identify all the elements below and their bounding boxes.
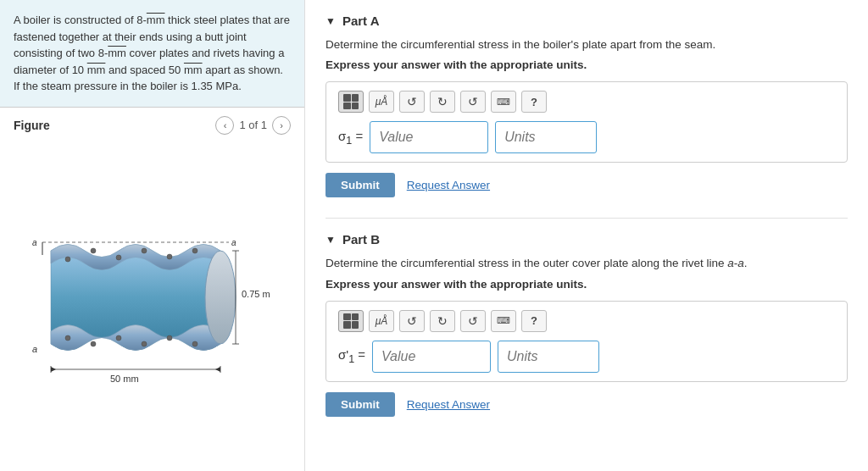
figure-label: Figure: [14, 119, 50, 132]
part-a-mu-btn[interactable]: μÅ: [369, 91, 394, 113]
part-b-title: Part B: [342, 232, 380, 247]
part-b-keyboard-btn[interactable]: ⌨: [491, 310, 516, 332]
svg-point-5: [167, 254, 172, 259]
svg-point-10: [142, 341, 147, 346]
part-b-reset-btn[interactable]: ↺: [460, 310, 486, 332]
part-b-answer-box: μÅ ↺ ↻ ↺ ⌨ ? σ'1 =: [326, 301, 848, 382]
part-b-value-input[interactable]: [372, 341, 491, 373]
part-a-submit-button[interactable]: Submit: [326, 173, 395, 197]
part-b-units-input[interactable]: [498, 341, 599, 373]
left-panel: A boiler is constructed of 8-mm thick st…: [0, 0, 305, 471]
part-b-collapse-arrow[interactable]: ▼: [326, 234, 336, 246]
svg-point-11: [167, 335, 172, 341]
svg-point-2: [91, 248, 96, 253]
figure-prev-button[interactable]: ‹: [215, 116, 234, 135]
svg-point-0: [205, 251, 236, 344]
part-a-section: ▼ Part A Determine the circumferential s…: [326, 14, 848, 197]
svg-point-7: [65, 335, 70, 341]
figure-page: 1 of 1: [239, 119, 267, 131]
part-b-grid-icon: [341, 311, 361, 331]
part-b-submit-button[interactable]: Submit: [326, 392, 395, 417]
part-b-toolbar: μÅ ↺ ↻ ↺ ⌨ ?: [338, 310, 835, 332]
unit-mm-2: mm: [108, 47, 126, 59]
svg-point-6: [192, 248, 198, 253]
svg-point-4: [142, 248, 147, 253]
svg-point-8: [91, 341, 96, 346]
part-a-toolbar: μÅ ↺ ↻ ↺ ⌨ ?: [338, 91, 835, 113]
problem-description: A boiler is constructed of 8-mm thick st…: [0, 0, 304, 108]
part-a-answer-box: μÅ ↺ ↻ ↺ ⌨ ? σ1 =: [326, 81, 848, 163]
part-b-request-answer-link[interactable]: Request Answer: [407, 398, 490, 411]
part-a-help-btn[interactable]: ?: [521, 91, 547, 113]
figure-image: a a 0.75 m 50 mm a: [14, 141, 291, 463]
unit-mm-1: mm: [147, 14, 165, 26]
dim-50mm: 50 mm: [110, 374, 139, 384]
svg-marker-24: [215, 367, 220, 372]
part-b-header: ▼ Part B: [326, 232, 848, 247]
figure-header: Figure ‹ 1 of 1 ›: [14, 116, 291, 135]
grid-icon: [341, 91, 361, 112]
svg-point-12: [192, 341, 198, 346]
svg-point-3: [116, 255, 121, 260]
part-b-mu-btn[interactable]: μÅ: [369, 310, 394, 332]
part-a-value-input[interactable]: [370, 121, 488, 153]
figure-next-button[interactable]: ›: [272, 116, 291, 135]
part-b-input-row: σ'1 =: [338, 341, 835, 373]
parts-divider: [326, 218, 848, 219]
svg-text:a: a: [231, 238, 236, 247]
part-a-title: Part A: [342, 14, 380, 28]
part-b-redo-btn[interactable]: ↻: [430, 310, 455, 332]
figure-area: Figure ‹ 1 of 1 ›: [0, 108, 304, 472]
part-a-sigma-label: σ1 =: [338, 129, 363, 147]
svg-point-9: [116, 335, 121, 341]
part-b-grid-btn[interactable]: [338, 310, 364, 332]
part-b-action-row: Submit Request Answer: [326, 392, 848, 417]
part-a-undo-btn[interactable]: ↺: [399, 91, 425, 113]
problem-text: A boiler is constructed of 8-mm thick st…: [14, 14, 290, 92]
part-b-undo-btn[interactable]: ↺: [399, 310, 425, 332]
part-a-redo-btn[interactable]: ↻: [430, 91, 455, 113]
part-b-description: Determine the circumferential stress in …: [326, 255, 848, 272]
part-a-input-row: σ1 =: [338, 121, 835, 153]
part-a-request-answer-link[interactable]: Request Answer: [407, 179, 490, 191]
part-a-keyboard-btn[interactable]: ⌨: [491, 91, 516, 113]
part-a-units-input[interactable]: [495, 121, 597, 153]
unit-mm-3: mm: [87, 64, 106, 76]
boiler-illustration: a a 0.75 m 50 mm a: [25, 200, 280, 403]
part-a-reset-btn[interactable]: ↺: [460, 91, 486, 113]
part-a-action-row: Submit Request Answer: [326, 173, 848, 197]
part-b-express-answer: Express your answer with the appropriate…: [326, 278, 848, 291]
svg-marker-23: [51, 367, 56, 372]
svg-point-1: [65, 257, 70, 262]
svg-text:a: a: [32, 238, 37, 247]
figure-nav: ‹ 1 of 1 ›: [215, 116, 291, 135]
right-panel: ▼ Part A Determine the circumferential s…: [305, 0, 868, 471]
part-a-description: Determine the circumferential stress in …: [326, 36, 848, 53]
part-b-section: ▼ Part B Determine the circumferential s…: [326, 232, 848, 416]
part-a-grid-btn[interactable]: [338, 91, 364, 113]
unit-mm-4: mm: [184, 64, 203, 76]
part-b-help-btn[interactable]: ?: [521, 310, 547, 332]
part-a-header: ▼ Part A: [326, 14, 848, 28]
part-b-sigma-label: σ'1 =: [338, 347, 365, 365]
part-a-express-answer: Express your answer with the appropriate…: [326, 58, 848, 71]
dim-075m: 0.75 m: [242, 289, 270, 299]
part-a-collapse-arrow[interactable]: ▼: [326, 15, 336, 27]
label-a-side: a: [32, 344, 37, 354]
